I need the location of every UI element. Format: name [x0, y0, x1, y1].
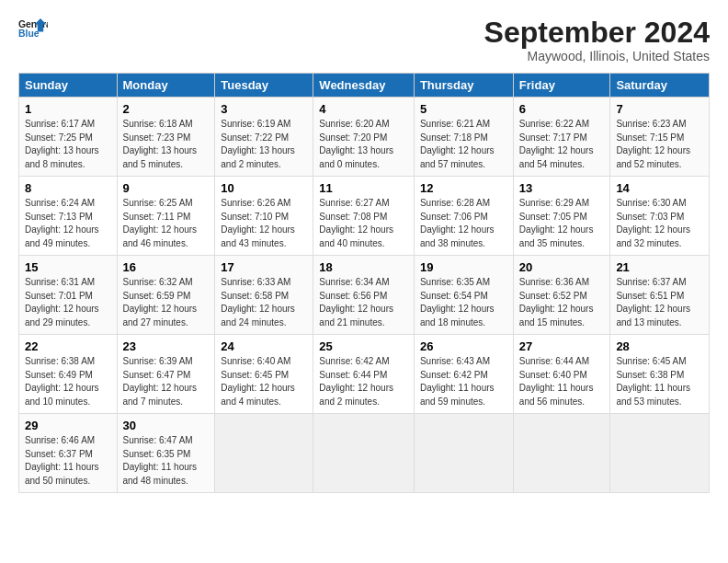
calendar-day-cell: 2Sunrise: 6:18 AMSunset: 7:23 PMDaylight…	[117, 98, 215, 177]
calendar-day-cell: 5Sunrise: 6:21 AMSunset: 7:18 PMDaylight…	[414, 98, 513, 177]
day-info: Sunrise: 6:19 AMSunset: 7:22 PMDaylight:…	[221, 118, 307, 171]
header: General Blue September 2024 Maywood, Ill…	[18, 17, 710, 63]
calendar-day-cell: 29Sunrise: 6:46 AMSunset: 6:37 PMDayligh…	[19, 414, 118, 493]
day-info: Sunrise: 6:28 AMSunset: 7:06 PMDaylight:…	[420, 197, 507, 250]
day-number: 1	[25, 102, 111, 116]
day-number: 22	[25, 339, 111, 353]
calendar-day-cell: 28Sunrise: 6:45 AMSunset: 6:38 PMDayligh…	[610, 335, 710, 414]
calendar-day-cell	[414, 414, 513, 493]
day-info: Sunrise: 6:38 AMSunset: 6:49 PMDaylight:…	[25, 355, 111, 408]
day-info: Sunrise: 6:37 AMSunset: 6:51 PMDaylight:…	[616, 276, 703, 329]
day-number: 12	[420, 181, 507, 195]
calendar-day-cell: 1Sunrise: 6:17 AMSunset: 7:25 PMDaylight…	[19, 98, 118, 177]
weekday-header: Tuesday	[215, 74, 313, 98]
svg-text:Blue: Blue	[18, 29, 40, 39]
calendar-day-cell: 27Sunrise: 6:44 AMSunset: 6:40 PMDayligh…	[513, 335, 610, 414]
calendar-day-cell: 3Sunrise: 6:19 AMSunset: 7:22 PMDaylight…	[215, 98, 313, 177]
calendar-day-cell: 4Sunrise: 6:20 AMSunset: 7:20 PMDaylight…	[313, 98, 415, 177]
calendar-day-cell	[610, 414, 710, 493]
calendar-day-cell: 30Sunrise: 6:47 AMSunset: 6:35 PMDayligh…	[117, 414, 215, 493]
day-number: 10	[221, 181, 307, 195]
month-title: September 2024	[484, 17, 710, 49]
day-number: 27	[519, 339, 605, 353]
calendar-day-cell: 17Sunrise: 6:33 AMSunset: 6:58 PMDayligh…	[215, 256, 313, 335]
location: Maywood, Illinois, United States	[484, 49, 710, 63]
day-number: 13	[519, 181, 605, 195]
day-info: Sunrise: 6:21 AMSunset: 7:18 PMDaylight:…	[420, 118, 507, 171]
day-info: Sunrise: 6:45 AMSunset: 6:38 PMDaylight:…	[616, 355, 703, 408]
calendar-day-cell: 10Sunrise: 6:26 AMSunset: 7:10 PMDayligh…	[215, 177, 313, 256]
calendar-week-row: 29Sunrise: 6:46 AMSunset: 6:37 PMDayligh…	[19, 414, 710, 493]
day-number: 11	[319, 181, 408, 195]
day-number: 23	[123, 339, 210, 353]
calendar-week-row: 8Sunrise: 6:24 AMSunset: 7:13 PMDaylight…	[19, 177, 710, 256]
day-info: Sunrise: 6:17 AMSunset: 7:25 PMDaylight:…	[25, 118, 111, 171]
day-info: Sunrise: 6:46 AMSunset: 6:37 PMDaylight:…	[25, 434, 111, 488]
day-number: 29	[25, 419, 111, 432]
day-number: 25	[319, 339, 408, 353]
day-number: 2	[123, 102, 210, 116]
calendar-day-cell: 13Sunrise: 6:29 AMSunset: 7:05 PMDayligh…	[513, 177, 610, 256]
day-info: Sunrise: 6:31 AMSunset: 7:01 PMDaylight:…	[25, 276, 111, 329]
day-number: 17	[221, 260, 307, 274]
calendar-day-cell: 18Sunrise: 6:34 AMSunset: 6:56 PMDayligh…	[313, 256, 415, 335]
logo-icon: General Blue	[18, 17, 48, 42]
day-number: 3	[221, 102, 307, 116]
day-info: Sunrise: 6:18 AMSunset: 7:23 PMDaylight:…	[123, 118, 210, 171]
weekday-header: Wednesday	[313, 74, 415, 98]
day-info: Sunrise: 6:23 AMSunset: 7:15 PMDaylight:…	[616, 118, 703, 171]
day-info: Sunrise: 6:32 AMSunset: 6:59 PMDaylight:…	[123, 276, 210, 329]
calendar-day-cell: 7Sunrise: 6:23 AMSunset: 7:15 PMDaylight…	[610, 98, 710, 177]
calendar: SundayMondayTuesdayWednesdayThursdayFrid…	[18, 73, 710, 493]
day-info: Sunrise: 6:27 AMSunset: 7:08 PMDaylight:…	[319, 197, 408, 250]
day-info: Sunrise: 6:24 AMSunset: 7:13 PMDaylight:…	[25, 197, 111, 250]
day-info: Sunrise: 6:22 AMSunset: 7:17 PMDaylight:…	[519, 118, 605, 171]
title-block: September 2024 Maywood, Illinois, United…	[484, 17, 710, 63]
calendar-day-cell: 21Sunrise: 6:37 AMSunset: 6:51 PMDayligh…	[610, 256, 710, 335]
day-info: Sunrise: 6:26 AMSunset: 7:10 PMDaylight:…	[221, 197, 307, 250]
day-number: 30	[123, 419, 210, 432]
day-number: 4	[319, 102, 408, 116]
weekday-header: Sunday	[19, 74, 118, 98]
calendar-day-cell: 11Sunrise: 6:27 AMSunset: 7:08 PMDayligh…	[313, 177, 415, 256]
day-number: 5	[420, 102, 507, 116]
calendar-day-cell: 20Sunrise: 6:36 AMSunset: 6:52 PMDayligh…	[513, 256, 610, 335]
calendar-day-cell: 6Sunrise: 6:22 AMSunset: 7:17 PMDaylight…	[513, 98, 610, 177]
calendar-day-cell: 23Sunrise: 6:39 AMSunset: 6:47 PMDayligh…	[117, 335, 215, 414]
weekday-header: Friday	[513, 74, 610, 98]
day-number: 20	[519, 260, 605, 274]
day-number: 14	[616, 181, 703, 195]
day-info: Sunrise: 6:44 AMSunset: 6:40 PMDaylight:…	[519, 355, 605, 408]
day-info: Sunrise: 6:36 AMSunset: 6:52 PMDaylight:…	[519, 276, 605, 329]
calendar-day-cell	[513, 414, 610, 493]
calendar-day-cell: 15Sunrise: 6:31 AMSunset: 7:01 PMDayligh…	[19, 256, 118, 335]
day-number: 15	[25, 260, 111, 274]
day-number: 18	[319, 260, 408, 274]
calendar-header-row: SundayMondayTuesdayWednesdayThursdayFrid…	[19, 74, 710, 98]
calendar-day-cell: 14Sunrise: 6:30 AMSunset: 7:03 PMDayligh…	[610, 177, 710, 256]
logo: General Blue	[18, 17, 48, 42]
day-info: Sunrise: 6:20 AMSunset: 7:20 PMDaylight:…	[319, 118, 408, 171]
day-info: Sunrise: 6:25 AMSunset: 7:11 PMDaylight:…	[123, 197, 210, 250]
day-info: Sunrise: 6:43 AMSunset: 6:42 PMDaylight:…	[420, 355, 507, 408]
calendar-day-cell: 25Sunrise: 6:42 AMSunset: 6:44 PMDayligh…	[313, 335, 415, 414]
calendar-day-cell	[313, 414, 415, 493]
day-info: Sunrise: 6:39 AMSunset: 6:47 PMDaylight:…	[123, 355, 210, 408]
weekday-header: Monday	[117, 74, 215, 98]
weekday-header: Saturday	[610, 74, 710, 98]
calendar-day-cell: 24Sunrise: 6:40 AMSunset: 6:45 PMDayligh…	[215, 335, 313, 414]
day-info: Sunrise: 6:35 AMSunset: 6:54 PMDaylight:…	[420, 276, 507, 329]
day-info: Sunrise: 6:30 AMSunset: 7:03 PMDaylight:…	[616, 197, 703, 250]
weekday-header: Thursday	[414, 74, 513, 98]
day-info: Sunrise: 6:42 AMSunset: 6:44 PMDaylight:…	[319, 355, 408, 408]
day-info: Sunrise: 6:34 AMSunset: 6:56 PMDaylight:…	[319, 276, 408, 329]
calendar-week-row: 22Sunrise: 6:38 AMSunset: 6:49 PMDayligh…	[19, 335, 710, 414]
day-number: 21	[616, 260, 703, 274]
day-number: 26	[420, 339, 507, 353]
calendar-day-cell: 9Sunrise: 6:25 AMSunset: 7:11 PMDaylight…	[117, 177, 215, 256]
calendar-day-cell: 16Sunrise: 6:32 AMSunset: 6:59 PMDayligh…	[117, 256, 215, 335]
day-number: 6	[519, 102, 605, 116]
day-number: 7	[616, 102, 703, 116]
day-number: 19	[420, 260, 507, 274]
day-info: Sunrise: 6:29 AMSunset: 7:05 PMDaylight:…	[519, 197, 605, 250]
